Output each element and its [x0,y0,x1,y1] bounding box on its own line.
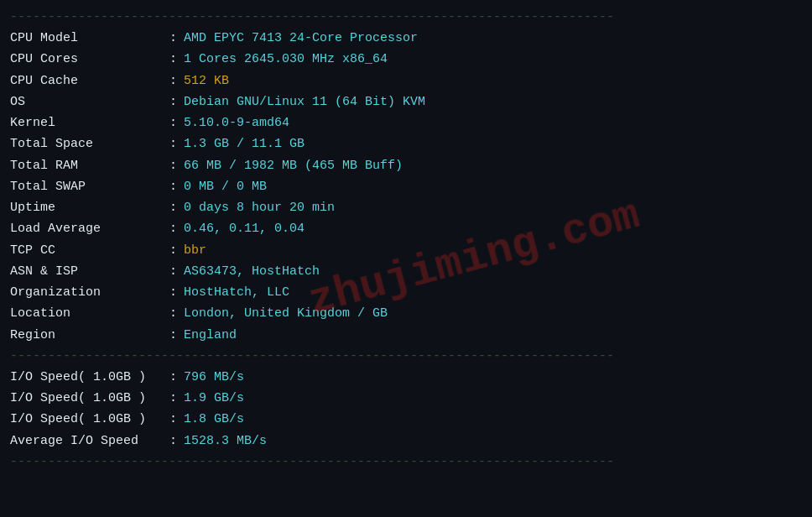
row-colon: : [169,29,177,48]
row-label: Total RAM [10,156,169,175]
row-label: Region [10,326,169,345]
row-value: bbr [184,241,206,260]
row-label: Location [10,304,169,323]
row-value: 5.10.0-9-amd64 [184,113,289,133]
io-row-label: I/O Speed( 1.0GB ) [10,389,169,408]
info-row: Total SWAP: 0 MB / 0 MB [10,176,802,197]
io-row: I/O Speed( 1.0GB ): 1.9 GB/s [10,388,802,409]
row-value: Debian GNU/Linux 11 (64 Bit) KVM [184,92,425,112]
row-label: Total SWAP [10,177,169,196]
row-label: CPU Cache [10,71,169,91]
row-colon: : [169,241,177,260]
row-colon: : [169,198,177,217]
info-row: Load Average: 0.46, 0.11, 0.04 [10,218,802,239]
row-colon: : [169,71,177,91]
row-colon: : [169,113,177,133]
row-label: ASN & ISP [10,262,169,281]
io-row-label: I/O Speed( 1.0GB ) [10,368,169,387]
info-row: CPU Cores: 1 Cores 2645.030 MHz x86_64 [10,49,802,70]
row-label: Uptime [10,198,169,217]
io-row-label: I/O Speed( 1.0GB ) [10,410,169,429]
row-value: 1 Cores 2645.030 MHz x86_64 [184,50,388,69]
row-colon: : [169,326,177,345]
io-row-colon: : [169,389,177,408]
row-colon: : [169,219,177,238]
info-row: TCP CC: bbr [10,240,802,261]
row-label: Total Space [10,134,169,154]
io-row: I/O Speed( 1.0GB ): 1.8 GB/s [10,409,802,430]
row-value: 66 MB / 1982 MB (465 MB Buff) [184,156,403,175]
io-row-value: 1528.3 MB/s [184,431,267,451]
row-label: Load Average [10,219,169,238]
row-colon: : [169,134,177,154]
top-divider: ----------------------------------------… [10,10,802,24]
io-row: I/O Speed( 1.0GB ): 796 MB/s [10,367,802,388]
io-row: Average I/O Speed: 1528.3 MB/s [10,431,802,452]
io-row-label: Average I/O Speed [10,431,169,451]
row-value: 0 days 8 hour 20 min [184,198,335,217]
info-row: Total Space: 1.3 GB / 11.1 GB [10,133,802,154]
info-row: CPU Model: AMD EPYC 7413 24-Core Process… [10,28,802,49]
row-value: 1.3 GB / 11.1 GB [184,134,304,154]
row-label: Kernel [10,113,169,133]
row-colon: : [169,92,177,112]
row-value: England [184,326,237,345]
middle-divider: ----------------------------------------… [10,349,802,363]
row-label: CPU Cores [10,50,169,69]
io-speed-section: I/O Speed( 1.0GB ): 796 MB/sI/O Speed( 1… [10,367,802,452]
io-row-colon: : [169,410,177,429]
io-row-value: 1.8 GB/s [184,410,244,429]
row-value: 0.46, 0.11, 0.04 [184,219,304,238]
info-row: ASN & ISP: AS63473, HostHatch [10,261,802,282]
terminal-container: ----------------------------------------… [0,0,812,479]
row-colon: : [169,283,177,302]
info-row: Total RAM: 66 MB / 1982 MB (465 MB Buff) [10,155,802,176]
row-value: 512 KB [184,71,229,91]
row-colon: : [169,177,177,196]
row-label: OS [10,92,169,112]
info-row: Uptime: 0 days 8 hour 20 min [10,197,802,218]
info-row: Region: England [10,325,802,346]
row-colon: : [169,262,177,281]
row-value: 0 MB / 0 MB [184,177,267,196]
row-label: CPU Model [10,29,169,48]
info-row: CPU Cache: 512 KB [10,70,802,91]
row-value: AMD EPYC 7413 24-Core Processor [184,29,418,48]
row-colon: : [169,50,177,69]
info-row: Organization: HostHatch, LLC [10,282,802,303]
io-row-value: 796 MB/s [184,368,244,387]
row-value: London, United Kingdom / GB [184,304,388,323]
row-value: HostHatch, LLC [184,283,289,302]
io-row-value: 1.9 GB/s [184,389,244,408]
info-row: Location: London, United Kingdom / GB [10,303,802,324]
row-label: TCP CC [10,241,169,260]
info-row: OS: Debian GNU/Linux 11 (64 Bit) KVM [10,91,802,112]
io-row-colon: : [169,431,177,451]
io-row-colon: : [169,368,177,387]
row-colon: : [169,304,177,323]
row-label: Organization [10,283,169,302]
row-colon: : [169,156,177,175]
bottom-divider: ----------------------------------------… [10,455,802,469]
info-row: Kernel: 5.10.0-9-amd64 [10,112,802,133]
row-value: AS63473, HostHatch [184,262,320,281]
system-info-section: CPU Model: AMD EPYC 7413 24-Core Process… [10,28,802,346]
